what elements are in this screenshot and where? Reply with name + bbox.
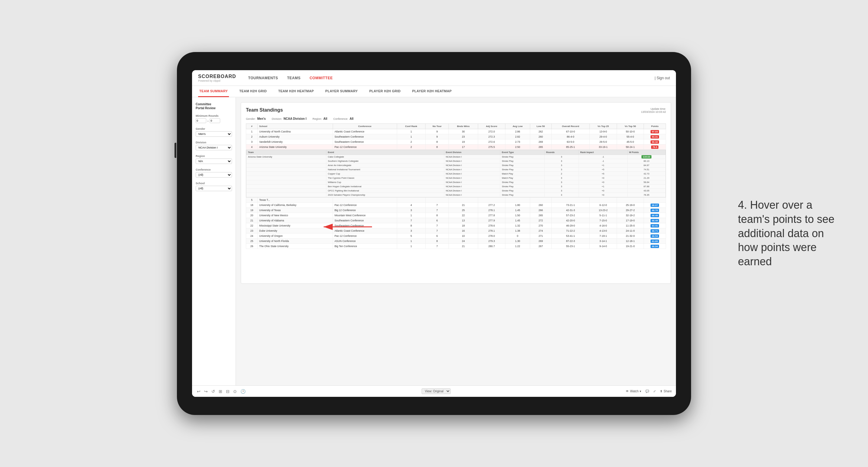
detail-table-row: Amer An Intercollegiate NCAA Division I … bbox=[247, 163, 666, 167]
tab-team-summary[interactable]: TEAM SUMMARY bbox=[198, 86, 229, 97]
detail-table: Team Event Event Division Event Type Rou… bbox=[246, 150, 666, 197]
rounds-row: - bbox=[196, 118, 232, 123]
detail-table-row: Arizona State University Cabo Collegiate… bbox=[247, 155, 666, 159]
division-label: Division: bbox=[272, 117, 282, 120]
table-row: 20 University of New Mexico Mountain Wes… bbox=[246, 213, 666, 218]
watch-button[interactable]: 👁 Watch ▾ bbox=[626, 390, 641, 393]
table-row: 23 Duke University Atlantic Coast Confer… bbox=[246, 228, 666, 234]
sidebar-school-section: School (All) bbox=[196, 182, 232, 191]
points-badge: 68.54 bbox=[651, 235, 659, 238]
division-value: NCAA Division I bbox=[284, 117, 307, 120]
view-select[interactable]: View: Original bbox=[422, 388, 451, 394]
th-conference: Conference bbox=[333, 124, 397, 129]
tab-player-summary[interactable]: PLAYER SUMMARY bbox=[324, 86, 359, 97]
points-badge: 63.89 bbox=[651, 240, 659, 243]
table-row: 26 The Ohio State University Big Ten Con… bbox=[246, 244, 666, 249]
points-badge: 68.71 bbox=[651, 229, 659, 232]
filter-gender: Gender: Men's bbox=[246, 117, 266, 120]
bottom-toolbar: ↩ ↪ ↺ ⊞ ⊟ ⊙ 🕐 View: Original 👁 Watch ▾ bbox=[192, 385, 676, 397]
region-select[interactable]: N/A bbox=[196, 158, 232, 164]
clock-button[interactable]: 🕐 bbox=[240, 388, 246, 395]
tab-player-h2h-heatmap[interactable]: PLAYER H2H HEATMAP bbox=[411, 86, 453, 97]
table-row: 1 University of North Carolina Atlantic … bbox=[246, 129, 666, 134]
redo-button[interactable]: ↪ bbox=[204, 388, 208, 395]
report-area: Team Standings Update time: 13/03/2024 1… bbox=[236, 97, 676, 385]
detail-points: 119.63 bbox=[642, 155, 651, 158]
points-badge: 93.31 bbox=[651, 135, 659, 138]
table-row: 3 Vanderbilt University Southeastern Con… bbox=[246, 139, 666, 145]
th-adj-score: Adj Score bbox=[478, 124, 505, 129]
sign-out-button[interactable]: | Sign out bbox=[655, 76, 670, 80]
detail-table-row: National Invitational Tournament NCAA Di… bbox=[247, 167, 666, 172]
conference-label: Conference: bbox=[333, 117, 348, 120]
th-vs-top50: Vs Top 50 bbox=[617, 124, 644, 129]
nav-tournaments[interactable]: TOURNAMENTS bbox=[248, 74, 278, 82]
report-header: Team Standings Update time: 13/03/2024 1… bbox=[246, 107, 666, 114]
table-row: 19 University of Texas Big 12 Conference… bbox=[246, 208, 666, 213]
th-bnds-wins: Bnds Wins bbox=[448, 124, 478, 129]
sidebar-region-section: Region N/A bbox=[196, 155, 232, 164]
detail-table-row: Copper Cup NCAA Division I Match Play 2 … bbox=[247, 172, 666, 176]
sidebar: CommitteePortal Review Minimum Rounds - … bbox=[192, 97, 236, 385]
table-row: 2 Auburn University Southeastern Confere… bbox=[246, 134, 666, 139]
th-conf-rank: Conf Rank bbox=[397, 124, 426, 129]
points-badge: 68.07 bbox=[651, 204, 659, 207]
undo-button[interactable]: ↩ bbox=[196, 388, 201, 395]
tab-team-h2h-heatmap[interactable]: TEAM H2H HEATMAP bbox=[277, 86, 315, 97]
update-time: Update time: 13/03/2024 10:03:42 bbox=[641, 107, 666, 114]
tablet-frame: SCOREBOARD Powered by clippd TOURNAMENTS… bbox=[177, 52, 691, 415]
paste-button[interactable]: ⊟ bbox=[225, 388, 230, 395]
filters-row: Gender: Men's Division: NCAA Division I … bbox=[246, 117, 666, 120]
detail-table-row: Southern Highlands Collegiate NCAA Divis… bbox=[247, 159, 666, 163]
rounds-from-input[interactable] bbox=[196, 118, 206, 123]
points-badge: 90.32 bbox=[651, 141, 659, 144]
gender-select[interactable]: Men's bbox=[196, 131, 232, 137]
nav-teams[interactable]: TEAMS bbox=[287, 74, 301, 82]
sidebar-conference-section: Conference (All) bbox=[196, 168, 232, 178]
refresh-button[interactable]: ↺ bbox=[211, 388, 216, 395]
conference-select[interactable]: (All) bbox=[196, 172, 232, 178]
tab-team-h2h-grid[interactable]: TEAM H2H GRID bbox=[238, 86, 268, 97]
gender-value: Men's bbox=[257, 117, 266, 120]
report-title: Team Standings bbox=[246, 107, 283, 113]
school: University of North Carolina bbox=[258, 129, 333, 134]
table-row: 24 University of Oregon Pac-12 Conferenc… bbox=[246, 234, 666, 239]
points-badge-highlighted: 79.5 bbox=[651, 146, 658, 149]
tab-player-h2h-grid[interactable]: PLAYER H2H GRID bbox=[368, 86, 402, 97]
comment-button[interactable]: 💬 bbox=[645, 390, 649, 393]
sidebar-region-label: Region bbox=[196, 155, 232, 158]
nav-committee[interactable]: COMMITTEE bbox=[310, 74, 333, 82]
share-label: Share bbox=[663, 390, 672, 393]
share-button[interactable]: ⬆ Share bbox=[660, 390, 672, 393]
sub-nav: TEAM SUMMARY TEAM H2H GRID TEAM H2H HEAT… bbox=[192, 86, 676, 97]
expand-button[interactable]: ⤢ bbox=[653, 390, 656, 393]
nav-links: TOURNAMENTS TEAMS COMMITTEE bbox=[248, 74, 655, 82]
th-avg-low: Avg Low bbox=[505, 124, 530, 129]
rank: 1 bbox=[246, 129, 258, 134]
sidebar-school-label: School bbox=[196, 182, 232, 185]
school-select[interactable]: (All) bbox=[196, 186, 232, 191]
detail-table-row: Ben Hogan Collegiate Invitational NCAA D… bbox=[247, 185, 666, 189]
points-badge: 68.94 bbox=[651, 245, 659, 248]
conference-value: All bbox=[350, 117, 353, 120]
settings-button[interactable]: ⊙ bbox=[232, 388, 238, 395]
logo-area: SCOREBOARD Powered by clippd bbox=[198, 74, 236, 82]
filter-division: Division: NCAA Division I bbox=[272, 117, 306, 120]
side-button bbox=[175, 143, 176, 158]
th-school: School bbox=[258, 124, 333, 129]
region-value: All bbox=[323, 117, 327, 120]
toolbar-left: ↩ ↪ ↺ ⊞ ⊟ ⊙ 🕐 bbox=[196, 388, 246, 395]
division-select[interactable]: NCAA Division I bbox=[196, 145, 232, 150]
points-badge: 63.41 bbox=[651, 224, 659, 227]
rounds-to-input[interactable] bbox=[210, 118, 220, 123]
copy-button[interactable]: ⊞ bbox=[218, 388, 223, 395]
points-badge: 97.03 bbox=[651, 130, 659, 133]
sidebar-title: CommitteePortal Review bbox=[196, 102, 232, 110]
sidebar-division-section: Division NCAA Division I bbox=[196, 141, 232, 150]
detail-table-row: The Cypress Point Classic NCAA Division … bbox=[247, 176, 666, 180]
filter-region: Region: All bbox=[312, 117, 327, 120]
table-row: 25 University of North Florida ASUN Conf… bbox=[246, 239, 666, 244]
main-content: CommitteePortal Review Minimum Rounds - … bbox=[192, 97, 676, 385]
gender-label: Gender: bbox=[246, 117, 256, 120]
sidebar-rounds-section: Minimum Rounds - bbox=[196, 114, 232, 123]
